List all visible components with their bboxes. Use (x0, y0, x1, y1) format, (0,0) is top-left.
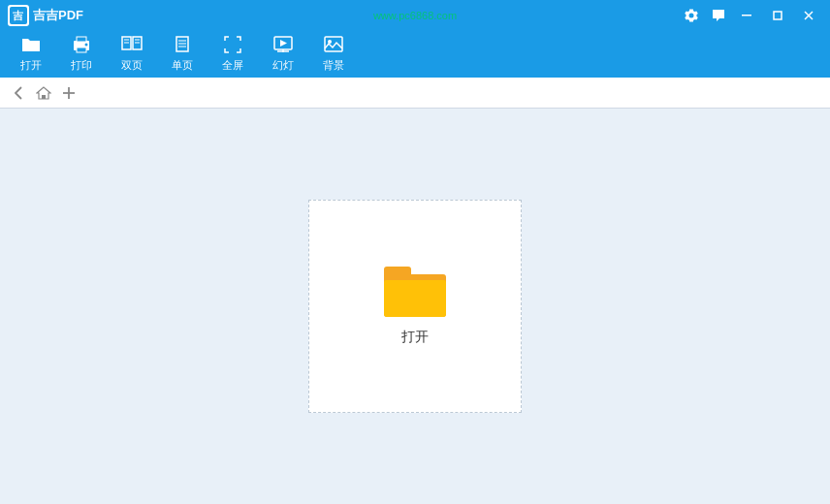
toolbar-fullscreen-label: 全屏 (222, 58, 243, 73)
minimize-button[interactable] (733, 4, 760, 27)
folder-body-inner (384, 280, 446, 317)
print-icon (72, 36, 91, 56)
toolbar-single-button[interactable]: 单页 (159, 32, 206, 77)
nav-back-button[interactable] (8, 82, 29, 104)
main-content: 打开 (0, 109, 830, 504)
slideshow-icon (273, 36, 293, 56)
single-page-icon (174, 36, 191, 56)
nav-add-button[interactable] (58, 82, 80, 104)
toolbar-print-button[interactable]: 打印 (58, 32, 105, 77)
toolbar-single-label: 单页 (172, 58, 193, 73)
toolbar-dual-label: 双页 (121, 58, 143, 73)
open-icon (21, 36, 41, 56)
watermark: www.pc6868.com (373, 10, 457, 21)
toolbar-fullscreen-button[interactable]: 全屏 (209, 32, 256, 77)
fullscreen-icon (224, 36, 241, 56)
svg-point-9 (85, 44, 88, 47)
toolbar-background-label: 背景 (323, 58, 344, 73)
app-title: 吉吉PDF (33, 7, 83, 24)
toolbar: 打开 打印 双页 (0, 31, 830, 78)
svg-rect-27 (42, 95, 46, 99)
toolbar-print-label: 打印 (71, 58, 92, 73)
svg-rect-3 (774, 12, 782, 19)
toolbar-slideshow-label: 幻灯 (272, 58, 294, 73)
title-bar-icons (681, 5, 729, 26)
svg-rect-7 (77, 37, 86, 42)
app-icon: 吉 (8, 5, 29, 26)
svg-rect-8 (77, 47, 86, 52)
close-button[interactable] (795, 4, 822, 27)
toolbar-slideshow-button[interactable]: 幻灯 (260, 32, 306, 77)
toolbar-dual-button[interactable]: 双页 (109, 32, 155, 77)
app-logo: 吉 吉吉PDF (8, 5, 83, 26)
background-icon (324, 36, 343, 56)
open-file-label: 打开 (401, 329, 429, 346)
title-bar: 吉 吉吉PDF www.pc6868.com (0, 0, 830, 31)
message-icon[interactable] (708, 5, 729, 26)
nav-home-button[interactable] (33, 82, 54, 104)
settings-icon[interactable] (681, 5, 702, 26)
svg-marker-21 (280, 40, 287, 47)
toolbar-background-button[interactable]: 背景 (310, 32, 357, 77)
svg-text:吉: 吉 (13, 10, 24, 21)
svg-rect-2 (742, 15, 751, 16)
open-file-card[interactable]: 打开 (308, 200, 522, 413)
dual-page-icon (121, 36, 143, 56)
folder-icon (384, 267, 446, 317)
restore-button[interactable] (764, 4, 791, 27)
toolbar-open-label: 打开 (20, 58, 42, 73)
nav-bar (0, 78, 830, 109)
toolbar-open-button[interactable]: 打开 (8, 32, 54, 77)
